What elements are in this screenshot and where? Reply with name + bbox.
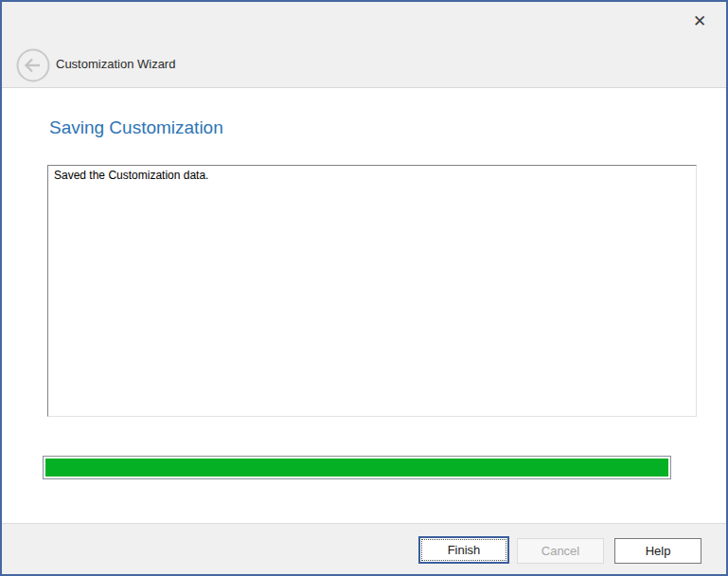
finish-button[interactable]: Finish	[418, 536, 509, 564]
back-button[interactable]	[15, 47, 51, 83]
wizard-header: ✕ Customization Wizard	[2, 2, 726, 88]
cancel-button[interactable]: Cancel	[517, 538, 604, 564]
page-title: Saving Customization	[49, 117, 223, 138]
progress-bar-fill	[45, 459, 668, 477]
wizard-dialog: ✕ Customization Wizard Saving Customizat…	[0, 0, 728, 576]
close-icon[interactable]: ✕	[688, 9, 711, 32]
status-log-listbox[interactable]: Saved the Customization data.	[47, 165, 697, 417]
progress-bar	[43, 456, 671, 479]
help-button[interactable]: Help	[614, 538, 701, 564]
status-log-line: Saved the Customization data.	[54, 169, 690, 183]
wizard-title: Customization Wizard	[56, 57, 175, 71]
back-arrow-circle-icon	[15, 47, 51, 83]
